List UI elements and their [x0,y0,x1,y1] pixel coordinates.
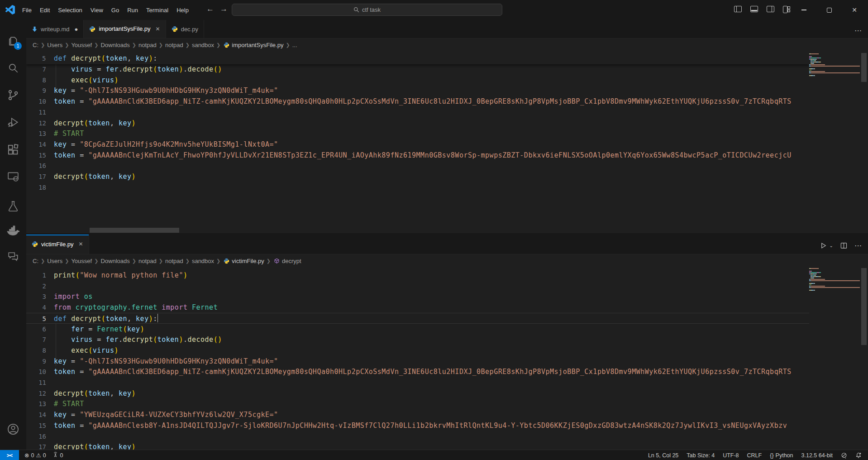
run-debug-icon[interactable] [0,111,26,133]
menu-run[interactable]: Run [123,5,142,15]
indentation[interactable]: Tab Size: 4 [687,452,715,459]
code-line-9[interactable]: 9key = "-Qhl7IsNS93HGuwb9U0hHDbG9HKny3zQ… [26,85,809,96]
breadcrumb-item[interactable]: Youssef [71,42,92,48]
code-line-18[interactable]: 18 [26,182,809,193]
code-line-17[interactable]: 17decrypt(token, key) [26,171,809,182]
code-line-15[interactable]: 15token = "gAAAAABnClesb8Y-A1nsJD4QILTQJ… [26,420,809,431]
account-icon[interactable] [0,418,26,440]
language-mode[interactable]: {} Python [770,452,793,459]
extensions-icon[interactable] [0,139,26,161]
ports-status[interactable]: 0 [52,452,63,459]
run-dropdown-icon[interactable]: ⌄ [830,243,833,248]
window-close-button[interactable]: ✕ [844,0,865,20]
menu-go[interactable]: Go [107,5,123,15]
code-line-8[interactable]: 8 exec(virus) [26,75,809,86]
breadcrumb-item[interactable]: Downloads [100,258,129,264]
breadcrumb-symbol[interactable]: decrypt [282,258,301,264]
menu-file[interactable]: File [18,5,36,15]
breadcrumb-item[interactable]: notpad [138,258,157,264]
breadcrumb-bottom[interactable]: C:❯Users❯Youssef❯Downloads❯notpad❯notpad… [26,254,809,267]
breadcrumb-item[interactable]: C: [33,258,38,264]
code-line-14[interactable]: 14key = "8CpGaZEJulH2Hfjs9o4K2Mnv5heYUkB… [26,139,809,150]
code-line-12[interactable]: 12decrypt(token, key) [26,388,809,399]
code-line-10[interactable]: 10token = "gAAAAABnCldK3BED6app_NiTZ-cam… [26,96,809,107]
breadcrumb-item[interactable]: notpad [165,42,183,48]
breadcrumb-tail[interactable]: ... [292,42,297,48]
testing-icon[interactable] [0,196,26,217]
chat-comments-icon[interactable] [0,246,26,268]
menu-terminal[interactable]: Terminal [142,5,172,15]
code-line-5[interactable]: 5def decrypt(token, key): [26,313,809,324]
tab-importantsysfile-py[interactable]: importantSysFile.py ✕ [84,20,166,38]
code-line-11[interactable]: 11 [26,107,809,118]
search-activity-icon[interactable] [0,57,26,79]
sticky-scroll-line[interactable]: 5def decrypt(token, key): [26,53,809,64]
code-line-12[interactable]: 12decrypt(token, key) [26,118,809,129]
minimap-bottom[interactable] [809,268,860,295]
toggle-sidebar-icon[interactable] [734,6,742,12]
editor-bottom-victimfile[interactable]: 1print("Wow normal python file")23import… [26,267,809,450]
code-line-11[interactable]: 11 [26,377,809,388]
menu-edit[interactable]: Edit [36,5,54,15]
encoding[interactable]: UTF-8 [723,452,739,459]
code-line-7[interactable]: 7 virus = fer.decrypt(token).decode() [26,334,809,345]
code-line-15[interactable]: 15token = "gAAAAABnClejKmTnLAcY_FhwoYP0h… [26,150,809,161]
split-editor-icon[interactable] [840,242,847,249]
notifications-bell-icon[interactable] [855,452,862,459]
remote-indicator[interactable]: >< [0,450,19,460]
minimap-top[interactable] [809,53,860,81]
tab-victimfile-py[interactable]: victimFile.py ✕ [26,235,89,254]
code-line-10[interactable]: 10token = "gAAAAABnCldK3BED6app_NiTZ-cam… [26,366,809,377]
code-line-13[interactable]: 13# START [26,398,809,409]
code-line-8[interactable]: 8 exec(virus) [26,345,809,356]
breadcrumb-item[interactable]: Users [47,258,62,264]
toggle-panel-icon[interactable] [750,6,758,12]
python-interpreter[interactable]: 3.12.5 64-bit [801,452,833,459]
breadcrumb-item[interactable]: sandbox [192,258,214,264]
breadcrumb-item[interactable]: sandbox [192,42,214,48]
explorer-icon[interactable]: 1 [0,30,26,52]
code-line-6[interactable]: 6 fer = Fernet(key) [26,324,809,335]
docker-icon[interactable] [0,220,26,242]
close-icon[interactable]: ✕ [79,241,83,247]
menu-help[interactable]: Help [172,5,193,15]
editor-actions-more-icon[interactable]: ⋯ [854,26,862,35]
code-line-14[interactable]: 14key = "YWEUzqaGECiLR4-VUZXeCY3bhfYVz6l… [26,409,809,420]
cursor-position[interactable]: Ln 5, Col 25 [648,452,678,459]
tab-writeup-md[interactable]: writeup.md ● [26,20,84,38]
menu-view[interactable]: View [86,5,107,15]
vertical-scrollbar-top[interactable] [861,53,867,82]
code-line-17[interactable]: 17decrypt(token, key) [26,441,809,450]
window-minimize-button[interactable] [793,0,814,20]
breadcrumb-file[interactable]: importantSysFile.py [232,42,283,48]
screencast-off-icon[interactable] [841,452,847,459]
window-restore-button[interactable] [819,0,839,20]
code-line-1[interactable]: 1print("Wow normal python file") [26,270,809,281]
breadcrumb-file[interactable]: victimFile.py [232,258,264,264]
code-line-16[interactable]: 16 [26,160,809,171]
source-control-icon[interactable] [0,84,26,106]
tab-dec-py[interactable]: dec.py [166,20,204,38]
toggle-secondary-sidebar-icon[interactable] [767,6,774,12]
run-python-file-icon[interactable] [820,242,827,249]
close-icon[interactable]: ✕ [156,26,160,32]
code-line-3[interactable]: 3import os [26,291,809,302]
code-line-2[interactable]: 2 [26,281,809,292]
breadcrumb-item[interactable]: Downloads [100,42,129,48]
command-center-search[interactable]: ctf task [232,4,502,16]
breadcrumb-item[interactable]: Users [47,42,62,48]
customize-layout-icon[interactable] [783,6,791,12]
problems-status[interactable]: ⊗ 0 ⚠ 0 [24,452,46,459]
remote-explorer-icon[interactable] [0,166,26,187]
breadcrumb-item[interactable]: Youssef [71,258,92,264]
breadcrumb-top[interactable]: C:❯Users❯Youssef❯Downloads❯notpad❯notpad… [26,38,809,51]
menu-selection[interactable]: Selection [54,5,86,15]
eol-sequence[interactable]: CRLF [747,452,762,459]
breadcrumb-item[interactable]: notpad [165,258,183,264]
code-line-9[interactable]: 9key = "-Qhl7IsNS93HGuwb9U0hHDbG9HKny3zQ… [26,356,809,367]
vertical-scrollbar-bottom[interactable] [861,268,867,345]
nav-forward-icon[interactable]: → [220,5,228,14]
editor-top-importantsysfile[interactable]: 7 virus = fer.decrypt(token).decode()8 e… [26,53,809,233]
code-line-16[interactable]: 16 [26,431,809,442]
breadcrumb-item[interactable]: C: [33,42,38,48]
